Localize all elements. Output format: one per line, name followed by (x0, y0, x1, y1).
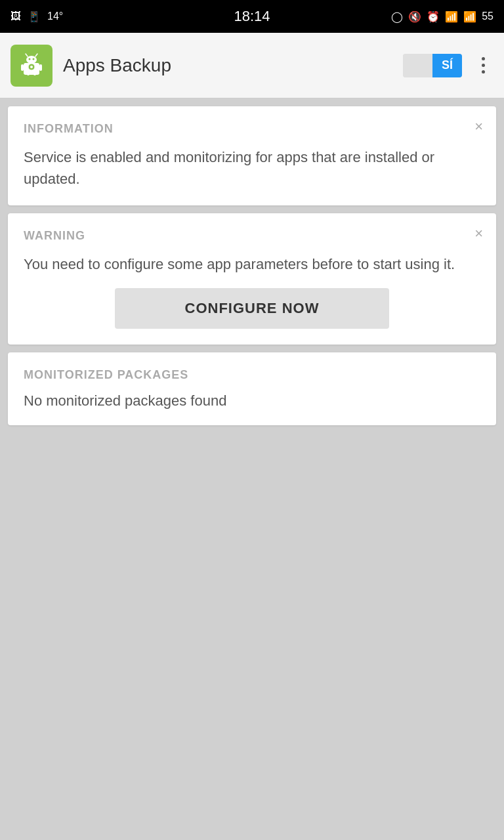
temperature-label: 14° (47, 10, 63, 22)
packages-empty-message: No monitorized packages found (24, 392, 480, 410)
toggle-label: SÍ (442, 58, 453, 72)
monitorized-packages-section: MONITORIZED PACKAGES No monitorized pack… (8, 352, 496, 425)
svg-point-6 (29, 58, 31, 60)
warning-close-button[interactable]: × (474, 226, 483, 241)
overflow-dot-1 (482, 57, 485, 60)
svg-point-11 (30, 66, 33, 68)
overflow-menu-button[interactable] (472, 55, 494, 76)
information-text: Service is enabled and monitorizing for … (24, 146, 480, 190)
status-bar-left: 🖼 📱 14° (10, 10, 63, 23)
information-title: INFORMATION (24, 122, 480, 136)
svg-point-7 (33, 58, 35, 60)
svg-rect-1 (21, 64, 24, 71)
packages-section-title: MONITORIZED PACKAGES (24, 368, 480, 382)
signal-icon: 📶 (463, 10, 476, 23)
svg-rect-4 (33, 71, 36, 75)
wifi-icon: 📶 (445, 10, 458, 23)
battery-label: 55 (482, 10, 494, 22)
phone-icon: 📱 (28, 10, 41, 23)
app-icon (10, 45, 52, 87)
overflow-dot-3 (482, 70, 485, 74)
mute-icon: 🔇 (408, 10, 421, 23)
status-bar-right: ◯ 🔇 ⏰ 📶 📶 55 (391, 10, 494, 23)
information-card: INFORMATION Service is enabled and monit… (8, 106, 496, 205)
bluetooth-icon: ◯ (391, 10, 403, 23)
configure-now-button[interactable]: CONFIGURE NOW (115, 288, 389, 329)
toggle-track[interactable]: SÍ (403, 54, 462, 77)
svg-line-8 (26, 54, 28, 56)
svg-rect-3 (27, 71, 30, 75)
svg-rect-2 (39, 64, 42, 71)
alarm-icon: ⏰ (427, 10, 440, 23)
app-bar: Apps Backup SÍ (0, 33, 504, 98)
overflow-dot-2 (482, 64, 485, 67)
information-close-button[interactable]: × (474, 119, 483, 134)
warning-text: You need to configure some app parameter… (24, 253, 480, 275)
svg-line-9 (35, 54, 37, 56)
bottom-area (0, 433, 504, 630)
svg-point-5 (26, 56, 37, 64)
toggle-off-part (403, 54, 432, 77)
toggle-on-part: SÍ (432, 54, 462, 77)
warning-card: WARNING You need to configure some app p… (8, 213, 496, 345)
status-bar: 🖼 📱 14° 18:14 ◯ 🔇 ⏰ 📶 📶 55 (0, 0, 504, 33)
image-icon: 🖼 (10, 10, 21, 22)
service-toggle[interactable]: SÍ (403, 54, 462, 77)
status-bar-time: 18:14 (234, 8, 270, 25)
warning-title: WARNING (24, 229, 480, 243)
app-title: Apps Backup (63, 55, 403, 76)
main-content: INFORMATION Service is enabled and monit… (0, 98, 504, 433)
